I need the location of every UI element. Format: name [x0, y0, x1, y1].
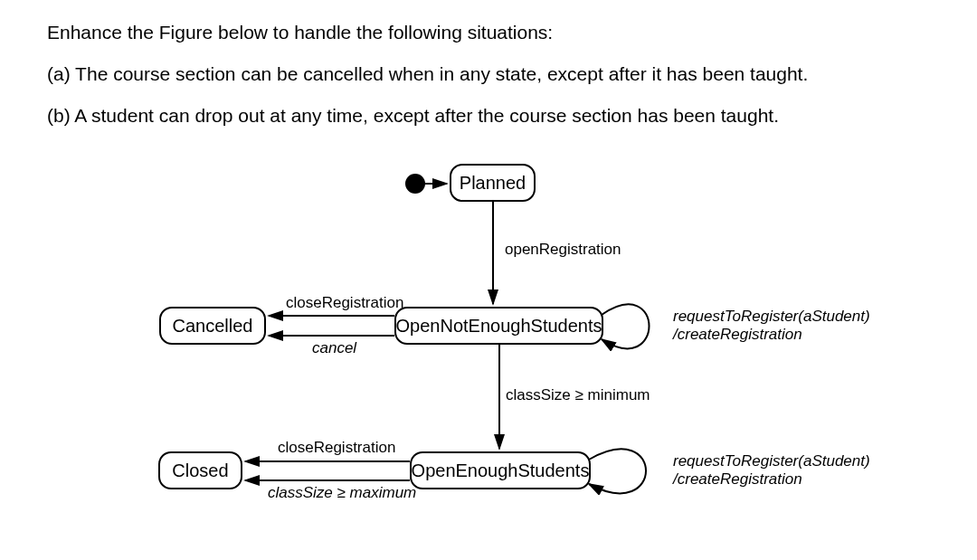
label-close-registration-2: closeRegistration: [278, 439, 395, 457]
prompt-line-3: (b) A student can drop out at any time, …: [47, 103, 779, 128]
label-open-registration: openRegistration: [505, 241, 621, 259]
label-class-size-min: classSize ≥ minimum: [506, 386, 650, 404]
label-close-registration-1: closeRegistration: [286, 294, 403, 312]
initial-state-dot: [405, 174, 425, 194]
label-selfloop2-trigger: requestToRegister(aStudent): [673, 452, 870, 470]
prompt-line-2: (a) The course section can be cancelled …: [47, 62, 808, 86]
state-planned: Planned: [450, 164, 536, 202]
label-selfloop2-action: /createRegistration: [673, 470, 802, 489]
label-cancel: cancel: [312, 339, 356, 357]
prompt-line-1: Enhance the Figure below to handle the f…: [47, 20, 553, 44]
state-open-enough-students: OpenEnoughStudents: [410, 451, 591, 489]
state-cancelled: Cancelled: [159, 307, 266, 345]
label-selfloop1-action: /createRegistration: [673, 326, 802, 344]
label-selfloop1-trigger: requestToRegister(aStudent): [673, 308, 870, 326]
state-open-not-enough-students: OpenNotEnoughStudents: [394, 307, 603, 345]
state-closed: Closed: [158, 451, 242, 489]
label-class-size-max: classSize ≥ maximum: [268, 484, 416, 502]
